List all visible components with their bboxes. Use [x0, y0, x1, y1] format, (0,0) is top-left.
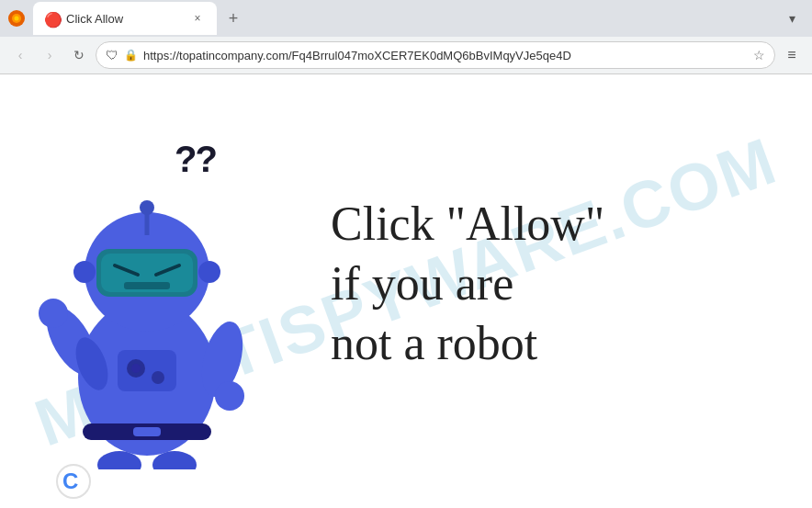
svg-point-26 [198, 261, 220, 283]
back-button[interactable]: ‹ [7, 42, 33, 68]
address-bar: ‹ › ↻ 🛡 🔒 https://topatincompany.com/Fq4… [0, 37, 812, 73]
forward-button[interactable]: › [37, 42, 62, 68]
tab-favicon: 🔴 [44, 11, 59, 26]
svg-point-25 [73, 261, 96, 283]
robot-svg [28, 102, 266, 469]
new-tab-button[interactable]: + [220, 6, 246, 31]
address-input[interactable]: 🛡 🔒 https://topatincompany.com/Fq4Brrul0… [96, 41, 775, 69]
question-marks: ?? [175, 139, 216, 180]
browser-menu-button[interactable]: ≡ [779, 42, 805, 68]
svg-point-16 [215, 381, 244, 411]
svg-point-20 [152, 371, 164, 384]
reload-button[interactable]: ↻ [66, 42, 92, 68]
svg-point-13 [39, 299, 68, 328]
svg-rect-9 [124, 282, 170, 289]
lock-icon: 🔒 [124, 49, 138, 62]
svg-text:C: C [62, 468, 78, 493]
robot-illustration: ?? [28, 102, 294, 479]
tab-list-button[interactable]: ▾ [779, 6, 805, 31]
main-text-line2: if you are [331, 254, 604, 313]
svg-rect-17 [118, 350, 176, 391]
main-text-line1: Click "Allow" [331, 194, 604, 254]
chromium-icon: C [55, 463, 92, 500]
svg-rect-22 [133, 427, 161, 436]
active-tab[interactable]: 🔴 Click Allow × [33, 2, 217, 35]
main-text: Click "Allow" if you are not a robot [331, 194, 604, 373]
svg-point-19 [131, 364, 141, 373]
tab-title: Click Allow [66, 12, 182, 26]
url-text: https://topatincompany.com/Fq4Brrul047mo… [143, 49, 748, 62]
tab-close-button[interactable]: × [189, 10, 206, 27]
svg-point-11 [140, 200, 154, 215]
tab-bar: 🔴 Click Allow × + ▾ [0, 0, 812, 37]
bookmark-button[interactable]: ☆ [753, 48, 765, 62]
svg-point-2 [15, 17, 19, 21]
browser-icon [7, 9, 26, 28]
page-content: MYANTISPYWARE.COM ?? [0, 74, 812, 508]
tracking-protection-icon: 🛡 [106, 48, 118, 62]
main-text-line3: not a robot [331, 313, 604, 373]
browser-chrome: 🔴 Click Allow × + ▾ ‹ › ↻ 🛡 🔒 https://to… [0, 0, 812, 74]
